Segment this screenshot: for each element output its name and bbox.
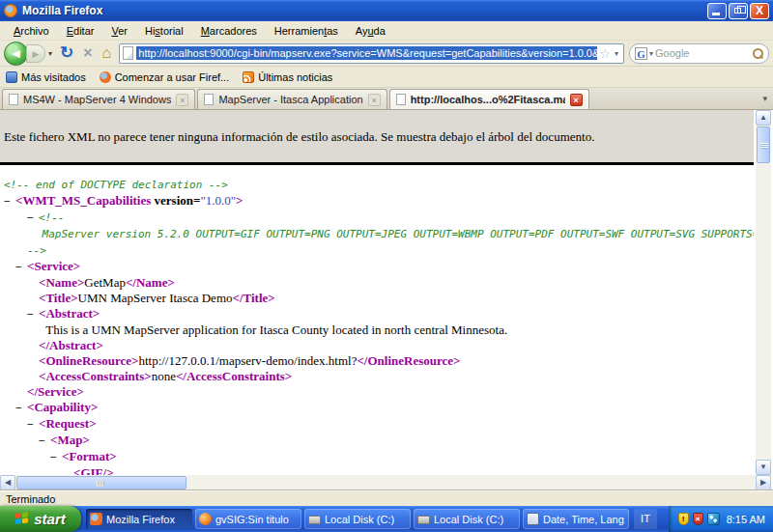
collapse-toggle[interactable]: −: [27, 210, 39, 226]
menu-item-ayuda[interactable]: Ayuda: [348, 23, 393, 39]
history-dropdown-icon[interactable]: ▾: [45, 49, 55, 58]
google-engine-icon[interactable]: G: [635, 47, 647, 60]
collapse-toggle[interactable]: −: [15, 260, 27, 275]
collapse-toggle[interactable]: −: [4, 194, 15, 210]
location-bar[interactable]: http://localhost:9000/cgi-bin/mapserv.ex…: [119, 43, 624, 64]
scroll-up-icon[interactable]: ▲: [756, 110, 771, 126]
xml-tag: </Service>: [27, 384, 84, 399]
tab-close-icon[interactable]: ×: [368, 94, 381, 106]
collapse-toggle[interactable]: −: [39, 434, 50, 449]
minimize-button[interactable]: [707, 3, 727, 19]
bookmark-item-1[interactable]: Comenzar a usar Firef...: [100, 71, 230, 83]
search-engine-dropdown-icon[interactable]: ▾: [647, 49, 655, 58]
menu-label-post: arcadores: [210, 25, 257, 37]
horizontal-scrollbar[interactable]: ◀ ▶: [0, 475, 771, 490]
tab-close-icon[interactable]: ×: [570, 94, 583, 106]
search-icon[interactable]: [753, 48, 763, 59]
menu-item-ver[interactable]: Ver: [103, 23, 135, 39]
tab-label: http://localhos...o%2Fitasca.map: [411, 94, 565, 105]
menu-accel: M: [201, 25, 210, 37]
taskbar-clock[interactable]: 8:15 AM: [727, 514, 765, 525]
collapse-toggle[interactable]: −: [50, 450, 62, 465]
search-box[interactable]: G ▾: [629, 43, 769, 64]
xml-text: This is a UMN MapServer application for …: [45, 322, 507, 337]
xml-tag: <GIF/>: [73, 465, 114, 475]
bookmark-item-2[interactable]: Últimas noticias: [243, 71, 332, 83]
xml-line: This is a UMN MapServer application for …: [0, 322, 754, 338]
xml-comment: -->: [27, 244, 46, 257]
xml-comment: MapServer version 5.2.0 OUTPUT=GIF OUTPU…: [43, 228, 754, 240]
back-button[interactable]: ◀: [4, 42, 28, 66]
firefox-icon: [100, 71, 111, 83]
language-indicator[interactable]: IT: [634, 509, 657, 529]
xml-text: http://127.0.0.1/mapserv-demo/index.html…: [138, 353, 357, 368]
task-label: Local Disk (C:): [434, 514, 503, 525]
search-input[interactable]: [655, 47, 753, 59]
firefox-window: Mozilla Firefox X ArchivoEditarVerHistor…: [0, 0, 773, 532]
bookmark-label: Más visitados: [21, 71, 86, 83]
start-button[interactable]: start: [0, 506, 81, 532]
xml-line: </Abstract>: [0, 338, 754, 353]
page-icon: [204, 94, 214, 105]
scroll-right-icon[interactable]: ▶: [756, 475, 771, 490]
location-dropdown-icon[interactable]: ▾: [613, 49, 620, 58]
menu-item-marcadores[interactable]: Marcadores: [193, 23, 265, 39]
horizontal-scroll-thumb[interactable]: [16, 476, 186, 490]
security-alert-icon[interactable]: !: [678, 513, 689, 525]
xml-line: <OnlineResource>http://127.0.0.1/mapserv…: [0, 353, 754, 369]
bookmark-item-0[interactable]: Más visitados: [6, 71, 86, 83]
security-warning-icon[interactable]: ×: [693, 513, 703, 525]
forward-button[interactable]: ▶: [26, 44, 45, 63]
tab-list-dropdown-icon[interactable]: ▾: [757, 94, 773, 103]
tab-2[interactable]: http://localhos...o%2Fitasca.map×: [389, 89, 589, 109]
xml-tag: >: [236, 193, 243, 208]
menu-item-archivo[interactable]: Archivo: [6, 23, 57, 39]
taskbar-button-3[interactable]: Local Disk (C:): [414, 509, 520, 529]
network-activity-icon[interactable]: [707, 513, 720, 525]
close-button[interactable]: X: [750, 3, 769, 19]
xml-line: −<Format>: [0, 449, 754, 465]
menu-item-herramientas[interactable]: Herramientas: [267, 23, 346, 39]
xml-comment: <!-- end of DOCTYPE declaration -->: [4, 179, 228, 191]
window-title: Mozilla Firefox: [22, 4, 707, 17]
rss-icon: [243, 71, 254, 83]
vertical-scrollbar[interactable]: ▲ ▼: [756, 110, 771, 475]
xml-tag: </Title>: [233, 291, 275, 305]
drive-icon: [308, 516, 321, 524]
page-icon: [123, 46, 133, 60]
xml-line: −<Request>: [0, 416, 754, 433]
folder-recent-icon: [6, 71, 17, 83]
restore-button[interactable]: [729, 3, 748, 19]
title-bar[interactable]: Mozilla Firefox X: [0, 0, 773, 21]
xml-line: MapServer version 5.2.0 OUTPUT=GIF OUTPU…: [0, 226, 754, 242]
taskbar-button-4[interactable]: Date, Time, Lang...: [523, 509, 629, 529]
menu-label-post: er: [118, 25, 128, 37]
tab-0[interactable]: MS4W - MapServer 4 Windows×: [2, 89, 195, 109]
xml-text: GetMap: [84, 275, 126, 290]
xml-text: none: [152, 369, 176, 383]
collapse-toggle[interactable]: −: [15, 401, 27, 416]
collapse-toggle[interactable]: −: [27, 417, 39, 433]
xml-style-banner: Este fichero XML no parece tener ninguna…: [0, 110, 754, 165]
tab-close-icon[interactable]: ×: [176, 94, 188, 106]
taskbar-button-2[interactable]: Local Disk (C:): [304, 509, 411, 529]
window-controls: X: [707, 3, 769, 19]
xml-line: <Title>UMN MapServer Itasca Demo</Title>: [0, 291, 754, 306]
menu-item-historial[interactable]: Historial: [137, 23, 191, 39]
taskbar-button-0[interactable]: Mozilla Firefox: [86, 509, 192, 529]
taskbar-button-1[interactable]: gvSIG:Sin titulo: [195, 509, 301, 529]
reload-button[interactable]: ↻: [55, 42, 78, 65]
menu-item-editar[interactable]: Editar: [59, 23, 102, 39]
scroll-down-icon[interactable]: ▼: [756, 460, 771, 475]
taskbar-buttons: Mozilla FirefoxgvSIG:Sin tituloLocal Dis…: [86, 509, 629, 529]
tab-1[interactable]: MapServer - Itasca Application×: [197, 89, 386, 109]
navigation-toolbar: ◀ ▶ ▾ ↻ × ⌂ http://localhost:9000/cgi-bi…: [0, 41, 773, 67]
bookmark-star-icon[interactable]: ☆: [597, 46, 613, 61]
collapse-toggle[interactable]: −: [27, 307, 39, 322]
tab-label: MapServer - Itasca Application: [218, 94, 362, 105]
home-button[interactable]: ⌂: [98, 44, 117, 62]
scroll-left-icon[interactable]: ◀: [0, 475, 15, 490]
stop-button[interactable]: ×: [78, 44, 97, 62]
url-text[interactable]: http://localhost:9000/cgi-bin/mapserv.ex…: [136, 46, 597, 60]
vertical-scroll-thumb[interactable]: [757, 126, 770, 163]
